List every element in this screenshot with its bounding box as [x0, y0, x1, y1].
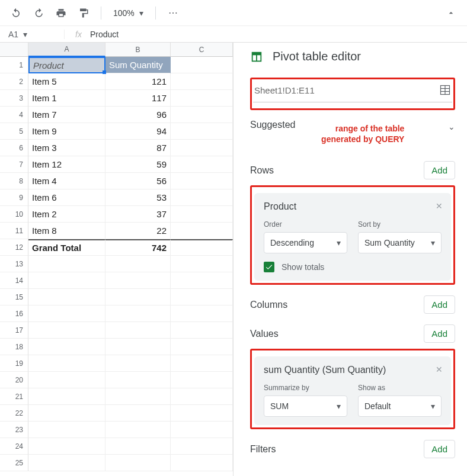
cell[interactable] — [171, 239, 233, 256]
table-row[interactable] — [28, 388, 233, 405]
cell[interactable] — [28, 256, 105, 272]
cell[interactable]: Item 3 — [28, 140, 105, 156]
row-header[interactable]: 7 — [0, 156, 28, 173]
print-button[interactable] — [51, 3, 71, 23]
order-dropdown[interactable]: Descending▾ — [264, 232, 347, 253]
table-row[interactable]: Item 1259 — [28, 156, 233, 173]
cell[interactable] — [171, 189, 233, 206]
row-header[interactable]: 5 — [0, 123, 28, 140]
table-row[interactable] — [28, 256, 233, 272]
row-header[interactable]: 16 — [0, 305, 28, 322]
cell[interactable] — [28, 322, 105, 339]
cell[interactable] — [28, 272, 105, 289]
close-icon[interactable]: ✕ — [436, 201, 443, 211]
cell[interactable] — [171, 256, 233, 272]
row-header[interactable]: 1 — [0, 57, 28, 73]
row-header[interactable]: 20 — [0, 372, 28, 388]
row-header[interactable]: 25 — [0, 455, 28, 471]
cell[interactable] — [171, 206, 233, 223]
cell[interactable] — [105, 455, 171, 471]
redo-button[interactable] — [28, 3, 49, 23]
cell[interactable] — [105, 305, 171, 322]
cell[interactable] — [171, 223, 233, 239]
add-values-button[interactable]: Add — [424, 324, 455, 343]
cell[interactable] — [171, 156, 233, 173]
row-header[interactable]: 11 — [0, 223, 28, 239]
show-totals-checkbox[interactable]: Show totals — [264, 262, 442, 272]
cell[interactable]: Item 12 — [28, 156, 105, 173]
table-row[interactable] — [28, 422, 233, 438]
table-row[interactable]: Item 5121 — [28, 73, 233, 90]
cell[interactable] — [171, 438, 233, 455]
cell[interactable] — [171, 322, 233, 339]
row-header[interactable]: 9 — [0, 189, 28, 206]
cell[interactable] — [171, 405, 233, 422]
collapse-panel-button[interactable] — [441, 3, 461, 23]
cell[interactable]: Item 8 — [28, 223, 105, 239]
cell[interactable]: 22 — [105, 223, 171, 239]
cell[interactable] — [105, 438, 171, 455]
cell[interactable] — [28, 405, 105, 422]
table-row[interactable] — [28, 455, 233, 471]
cell[interactable] — [171, 123, 233, 140]
table-row[interactable] — [28, 305, 233, 322]
table-row[interactable] — [28, 438, 233, 455]
cell[interactable]: 56 — [105, 173, 171, 189]
row-header[interactable]: 15 — [0, 289, 28, 305]
spreadsheet-grid[interactable]: 1234567891011121314151617181920212223242… — [0, 43, 234, 476]
paint-format-button[interactable] — [73, 3, 94, 23]
row-header[interactable]: 13 — [0, 256, 28, 272]
table-row[interactable] — [28, 289, 233, 305]
cell[interactable]: 87 — [105, 140, 171, 156]
row-header[interactable]: 19 — [0, 355, 28, 372]
row-header[interactable]: 17 — [0, 322, 28, 339]
cell[interactable]: Sum Quantity — [105, 57, 171, 73]
add-filters-button[interactable]: Add — [424, 440, 455, 458]
table-row[interactable]: Item 653 — [28, 189, 233, 206]
cell[interactable] — [171, 305, 233, 322]
cell[interactable] — [105, 388, 171, 405]
table-row[interactable] — [28, 405, 233, 422]
table-row[interactable]: Item 456 — [28, 173, 233, 189]
cell[interactable]: 59 — [105, 156, 171, 173]
table-row[interactable] — [28, 355, 233, 372]
table-row[interactable] — [28, 272, 233, 289]
table-row[interactable]: Item 237 — [28, 206, 233, 223]
cell[interactable] — [28, 422, 105, 438]
add-columns-button[interactable]: Add — [424, 295, 455, 314]
cell[interactable]: 121 — [105, 73, 171, 90]
cell[interactable] — [28, 388, 105, 405]
row-header[interactable]: 2 — [0, 73, 28, 90]
cell[interactable]: Item 7 — [28, 107, 105, 123]
cell[interactable] — [28, 339, 105, 355]
add-rows-button[interactable]: Add — [424, 161, 455, 179]
chevron-down-icon[interactable]: ⌄ — [448, 122, 455, 131]
cell[interactable]: Item 2 — [28, 206, 105, 223]
row-header[interactable]: 12 — [0, 239, 28, 256]
cell[interactable] — [171, 272, 233, 289]
row-header[interactable]: 6 — [0, 140, 28, 156]
row-header[interactable]: 23 — [0, 422, 28, 438]
table-row[interactable] — [28, 372, 233, 388]
cell[interactable] — [28, 438, 105, 455]
sortby-dropdown[interactable]: Sum Quantity▾ — [358, 232, 442, 253]
undo-button[interactable] — [6, 3, 26, 23]
cell[interactable] — [28, 289, 105, 305]
column-header-B[interactable]: B — [105, 43, 171, 57]
cell[interactable] — [105, 289, 171, 305]
table-row[interactable]: Item 387 — [28, 140, 233, 156]
cell[interactable] — [105, 405, 171, 422]
cell[interactable] — [171, 57, 233, 73]
cell[interactable] — [105, 322, 171, 339]
table-row[interactable]: Item 994 — [28, 123, 233, 140]
cell[interactable] — [105, 272, 171, 289]
close-icon[interactable]: ✕ — [436, 365, 443, 374]
suggested-heading[interactable]: Suggested — [250, 120, 296, 130]
cell[interactable] — [171, 140, 233, 156]
cell[interactable] — [171, 372, 233, 388]
cell[interactable] — [171, 107, 233, 123]
cell[interactable] — [171, 90, 233, 107]
table-row[interactable]: ProductSum Quantity — [28, 57, 233, 73]
cell[interactable] — [171, 388, 233, 405]
showas-dropdown[interactable]: Default▾ — [358, 395, 442, 417]
